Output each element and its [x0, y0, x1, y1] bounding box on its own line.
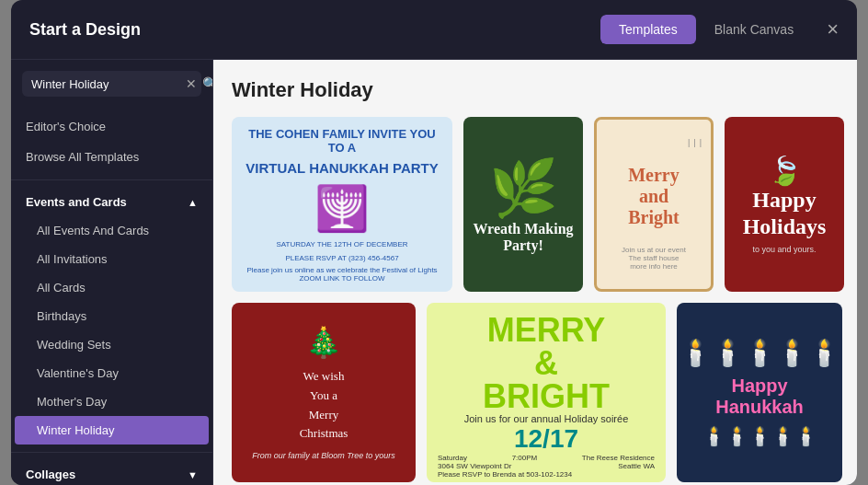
card-event-details: Saturday7:00PMThe Reese Residence 3064 S…: [438, 454, 655, 479]
search-input[interactable]: [31, 77, 186, 91]
card-merry-bright2-sub: Join us for our annual Holiday soirée: [464, 413, 629, 424]
tab-templates[interactable]: Templates: [600, 15, 696, 44]
sidebar-item-browse-all[interactable]: Browse All Templates: [11, 142, 212, 172]
close-button[interactable]: ×: [827, 19, 839, 40]
sidebar-subitem-valentines-day[interactable]: Valentine's Day: [11, 359, 212, 387]
card-merry-bright-details: Join us at our eventThe staff housemore …: [622, 246, 686, 271]
template-card-merry-bright2[interactable]: MERRY&BRIGHT Join us for our annual Holi…: [427, 303, 666, 482]
template-card-hanukkah-virtual[interactable]: THE COHEN FAMILY INVITE YOU TO A VIRTUAL…: [232, 117, 452, 292]
chevron-up-icon: ▲: [188, 197, 198, 208]
card-merry-bright2-title: MERRY&BRIGHT: [483, 314, 610, 413]
candles-icon: 🕯️🕯️🕯️🕯️🕯️: [680, 338, 840, 368]
christmas-tree-icon: 🎄: [305, 325, 342, 360]
tab-group: Templates Blank Canvas: [600, 15, 812, 44]
card-christmas-wish-sub: From our family at Bloom Tree to yours: [252, 451, 394, 460]
search-icon: 🔍: [202, 76, 213, 91]
sidebar-subitem-all-events-cards[interactable]: All Events And Cards: [11, 216, 212, 245]
sidebar-subitem-mothers-day[interactable]: Mother's Day: [11, 387, 212, 416]
card-headline: VIRTUAL HANUKKAH PARTY: [246, 160, 438, 176]
template-card-happy-holidays[interactable]: 🍃 HappyHolidays to you and yours.: [725, 117, 844, 292]
modal-header: Start a Design Templates Blank Canvas ×: [11, 0, 857, 60]
template-card-happy-hanukkah[interactable]: 🕯️🕯️🕯️🕯️🕯️ HappyHanukkah 🕯️🕯️🕯️🕯️🕯️: [677, 303, 842, 482]
card-footer: Please join us online as we celebrate th…: [246, 266, 437, 283]
card-wreath-title: Wreath Making Party!: [463, 221, 583, 254]
card-merry-bright2-date: 12/17: [514, 424, 578, 454]
sidebar-item-editors-choice[interactable]: Editor's Choice: [11, 111, 212, 142]
sidebar-subitem-birthdays[interactable]: Birthdays: [11, 302, 212, 330]
card-happy-holidays-text: HappyHolidays: [743, 187, 827, 240]
holly-icon: 🍃: [768, 155, 802, 187]
menorah-icon: 🕎: [314, 183, 370, 235]
sidebar-subitem-all-cards[interactable]: All Cards: [11, 273, 212, 302]
sidebar-section-collages[interactable]: Collages ▼: [11, 460, 212, 485]
modal-title: Start a Design: [29, 20, 600, 40]
card-christmas-wish-text: We wishYou aMerryChristmas: [300, 367, 348, 444]
modal-body: ✕ 🔍 Editor's Choice Browse All Templates…: [11, 60, 857, 485]
card-merry-bright-text: MerryandBright: [628, 165, 680, 228]
tab-blank-canvas[interactable]: Blank Canvas: [696, 15, 812, 44]
card-rsvp: PLEASE RSVP AT (323) 456-4567: [285, 254, 398, 262]
chevron-down-icon: ▼: [188, 469, 198, 480]
sidebar-section-events-cards[interactable]: Events and Cards ▲: [11, 188, 212, 216]
start-a-design-modal: Start a Design Templates Blank Canvas × …: [11, 0, 857, 485]
wreath-icon: 🌿: [489, 156, 558, 221]
sidebar: ✕ 🔍 Editor's Choice Browse All Templates…: [11, 60, 213, 485]
divider: [11, 179, 212, 180]
sidebar-subitem-all-invitations[interactable]: All Invitations: [11, 245, 212, 273]
card-stripes: |||: [688, 138, 702, 147]
template-grid-row-2: 🎄 We wishYou aMerryChristmas From our fa…: [232, 303, 839, 482]
sidebar-subitem-wedding-sets[interactable]: Wedding Sets: [11, 330, 212, 359]
card-details: SATURDAY THE 12TH OF DECEMBER: [277, 240, 408, 248]
search-box: ✕ 🔍: [22, 71, 201, 97]
main-content: Winter Holiday THE COHEN FAMILY INVITE Y…: [213, 60, 857, 485]
template-card-merry-bright[interactable]: ||| MerryandBright Join us at our eventT…: [594, 117, 714, 292]
search-clear-icon[interactable]: ✕: [186, 76, 197, 91]
template-card-christmas-wish[interactable]: 🎄 We wishYou aMerryChristmas From our fa…: [232, 303, 416, 482]
card-subtext: THE COHEN FAMILY INVITE YOU TO A: [243, 127, 441, 155]
divider2: [11, 452, 212, 453]
card-happy-holidays-sub: to you and yours.: [752, 245, 816, 254]
template-card-wreath-making[interactable]: 🌿 Wreath Making Party!: [463, 117, 583, 292]
card-happy-hanukkah-text: HappyHanukkah: [715, 375, 804, 418]
sidebar-subitem-winter-holiday[interactable]: Winter Holiday: [15, 416, 209, 445]
main-title: Winter Holiday: [232, 78, 839, 102]
candles-bottom-icon: 🕯️🕯️🕯️🕯️🕯️: [702, 425, 817, 447]
template-grid-row-1: THE COHEN FAMILY INVITE YOU TO A VIRTUAL…: [232, 117, 839, 292]
